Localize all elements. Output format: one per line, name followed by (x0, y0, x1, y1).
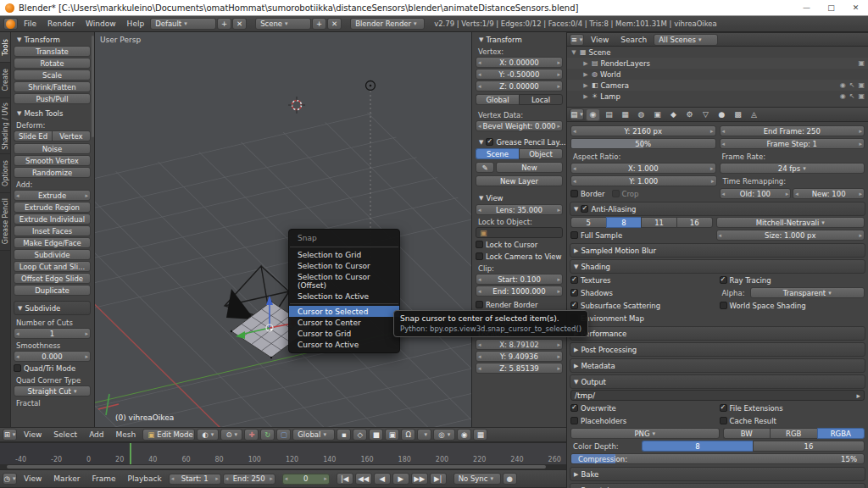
timeline-scrollbar-thumb[interactable] (7, 465, 546, 469)
tab-world[interactable]: ◍ (634, 108, 648, 121)
subdivide-button[interactable]: Subdivide (14, 249, 91, 260)
menu-item-cursor-to-selected[interactable]: Cursor to Selected (289, 306, 399, 317)
tab-create[interactable]: Create (0, 63, 10, 98)
menu-view3d-add[interactable]: Add (84, 430, 108, 439)
extrude-individual-button[interactable]: Extrude Individual (14, 214, 91, 225)
render-engine-select[interactable]: Blender Render (350, 18, 425, 30)
gp-new-layer-button[interactable]: New Layer (476, 175, 563, 186)
screen-layout-select[interactable]: Default (150, 18, 216, 30)
gp-draw-button[interactable]: ✎ (476, 162, 494, 173)
viewport-3d[interactable]: User Persp (0) vihreaOikea (95, 32, 471, 427)
border-box[interactable] (570, 190, 578, 197)
aa-samples-11[interactable]: 11 (641, 217, 676, 228)
file-extensions-checkbox[interactable]: File Extensions (720, 402, 865, 413)
selectability-toggle-icon[interactable]: ↖ (849, 81, 855, 89)
manipulator-scale-toggle[interactable]: ▢ (276, 429, 291, 441)
visibility-toggle-icon[interactable]: ◉ (840, 92, 846, 100)
panel-grease-pencil[interactable]: Grease Pencil Lay... (476, 136, 563, 148)
extrude-region-button[interactable]: Extrude Region (14, 202, 91, 213)
crop-checkbox[interactable]: Crop (612, 188, 639, 199)
menu-item-cursor-to-grid[interactable]: Cursor to Grid (289, 328, 399, 339)
sss-checkbox[interactable]: Subsurface Scattering (570, 300, 716, 311)
scale-button[interactable]: Scale (14, 69, 91, 80)
depth-16-toggle[interactable]: 16 (753, 441, 865, 452)
rotate-button[interactable]: Rotate (14, 58, 91, 69)
tab-render[interactable]: ◉ (586, 108, 600, 121)
tab-options[interactable]: Options (0, 154, 10, 193)
render-toggle-icon[interactable]: ▣ (858, 92, 865, 100)
auto-keyframe-record-button[interactable]: ● (503, 473, 517, 485)
editor-type-select[interactable]: ▤ (570, 108, 584, 120)
crop-box[interactable] (612, 190, 620, 197)
panel-subdivide-redo[interactable]: Subdivide (14, 302, 90, 314)
placeholders-checkbox[interactable]: Placeholders (570, 415, 716, 426)
next-keyframe-button[interactable]: ▶▶ (411, 473, 428, 485)
menu-item-selection-to-grid[interactable]: Selection to Grid (289, 249, 399, 260)
resolution-percentage-slider[interactable]: 50% (570, 138, 716, 149)
previous-keyframe-button[interactable]: ◀◀ (355, 473, 372, 485)
outliner-menu-view[interactable]: View (586, 36, 614, 44)
play-reverse-button[interactable]: ◀ (374, 473, 391, 485)
aspect-y-field[interactable]: Y: 1.000 (570, 175, 717, 186)
panel-output[interactable]: Output (570, 375, 865, 388)
tab-grease-pencil[interactable]: Grease Pencil (0, 193, 10, 251)
expand-icon[interactable]: ▶ (582, 71, 589, 78)
selectability-toggle-icon[interactable]: ↖ (849, 92, 855, 100)
expand-icon[interactable]: ▶ (582, 82, 589, 89)
snap-element-select[interactable] (417, 429, 431, 441)
lock-camera-box[interactable] (476, 252, 483, 260)
panel-bake[interactable]: Bake (570, 468, 865, 480)
menu-window[interactable]: Window (81, 19, 121, 28)
depth-8-toggle[interactable]: 8 (642, 441, 753, 452)
tab-object[interactable]: ▣ (650, 108, 665, 121)
quad-corner-type-select[interactable]: Straight Cut (14, 385, 91, 396)
panel-mesh-tools[interactable]: Mesh Tools (14, 107, 91, 119)
tab-tools[interactable]: Tools (0, 32, 10, 63)
outliner-row-renderlayers[interactable]: ▶ ▤ RenderLayers ▣ (567, 58, 868, 69)
tab-texture[interactable]: ▩ (731, 108, 745, 121)
color-rgb-toggle[interactable]: RGB (770, 428, 817, 439)
cache-result-box[interactable] (720, 417, 727, 424)
vertex-select-mode-button[interactable]: ▪ (337, 429, 351, 441)
panel-metadata[interactable]: Metadata (570, 359, 865, 372)
tab-modifiers[interactable]: ⚙ (682, 108, 697, 121)
menu-timeline-marker[interactable]: Marker (48, 474, 85, 483)
loop-cut-button[interactable]: Loop Cut and Sli... (14, 261, 91, 272)
remap-old-field[interactable]: Old: 100 (720, 188, 792, 199)
tab-constraints[interactable]: ◆ (666, 108, 681, 121)
compression-slider[interactable]: Compression: 15% (570, 453, 865, 464)
placeholders-box[interactable] (570, 417, 578, 424)
tab-particles[interactable]: ◬ (747, 108, 761, 121)
outliner-row-world[interactable]: ▶ ◍ World (567, 69, 868, 80)
lock-to-cursor-box[interactable] (476, 241, 483, 248)
extrude-button[interactable]: Extrude (14, 190, 91, 201)
environment-map-checkbox[interactable]: Environment Map (570, 313, 716, 324)
render-toggle-icon[interactable]: ▣ (858, 59, 865, 67)
smoothness-field[interactable]: 0.000 (14, 351, 91, 362)
add-scene-button[interactable]: + (312, 18, 326, 30)
aa-samples-16[interactable]: 16 (676, 217, 713, 228)
clip-end-field[interactable]: End: 1000.000 (476, 286, 563, 297)
viewport-shading-select[interactable]: ◐ (197, 429, 219, 441)
panel-freestyle[interactable]: Freestyle (570, 484, 865, 488)
ray-tracing-box[interactable] (720, 276, 727, 284)
menu-view3d-select[interactable]: Select (48, 430, 82, 439)
cache-result-checkbox[interactable]: Cache Result (720, 415, 865, 426)
render-border-box[interactable] (476, 301, 483, 308)
anti-aliasing-checkbox[interactable] (581, 205, 588, 213)
menu-item-selection-to-cursor[interactable]: Selection to Cursor (289, 260, 399, 271)
overwrite-checkbox[interactable]: Overwrite (570, 402, 716, 413)
close-button[interactable]: ✕ (843, 0, 868, 16)
aa-samples-5[interactable]: 5 (570, 217, 606, 228)
global-toggle[interactable]: Global (476, 94, 519, 105)
resolution-y-field[interactable]: Y: 2160 px (570, 125, 716, 136)
textures-checkbox[interactable]: Textures (570, 274, 716, 286)
smooth-vertex-button[interactable]: Smooth Vertex (14, 155, 91, 166)
world-space-box[interactable] (720, 302, 727, 309)
jump-to-end-button[interactable]: ▶| (430, 473, 447, 485)
menu-item-selection-to-active[interactable]: Selection to Active (289, 291, 399, 302)
frame-step-field[interactable]: Frame Step: 1 (720, 138, 865, 149)
timeline-ruler[interactable]: -40-200204060801001201401601802002202402… (0, 442, 566, 464)
end-frame-field[interactable]: End: 250 (223, 474, 275, 485)
render-toggle-icon[interactable]: ▣ (858, 81, 865, 89)
